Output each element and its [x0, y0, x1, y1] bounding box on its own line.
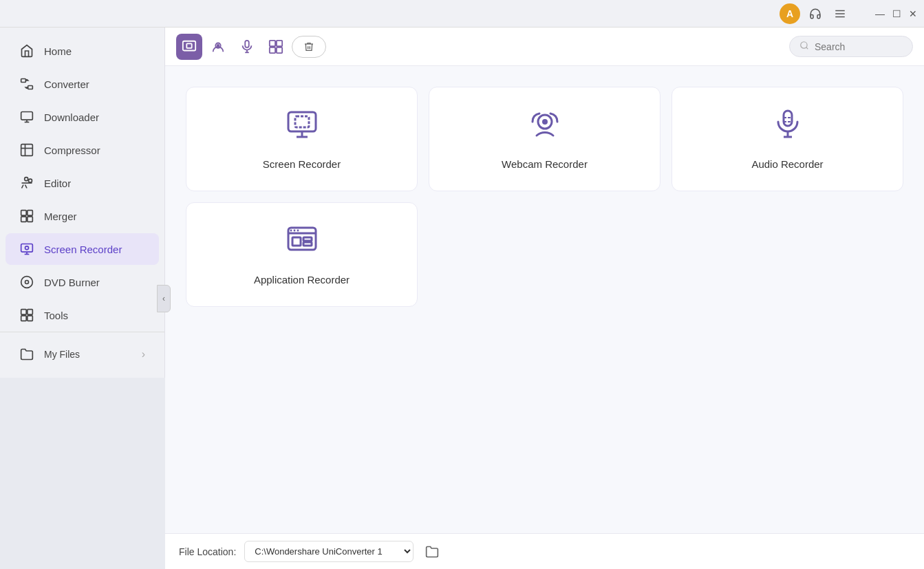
svg-rect-41 [288, 112, 316, 131]
sidebar-item-my-files-label: My Files [44, 349, 80, 360]
audio-recorder-card[interactable]: Audio Recorder [671, 87, 903, 191]
maximize-button[interactable]: ☐ [891, 8, 902, 19]
svg-rect-38 [277, 47, 282, 52]
svg-rect-4 [28, 86, 33, 89]
webcam-recorder-card[interactable]: Webcam Recorder [429, 87, 660, 191]
sidebar-item-dvd-burner-label: DVD Burner [44, 277, 100, 288]
webcam-recorder-card-icon [528, 108, 561, 147]
sidebar-item-compressor-label: Compressor [44, 144, 100, 156]
recorder-cards-grid: Screen Recorder Webcam Recorder [165, 66, 924, 533]
close-button[interactable]: ✕ [907, 8, 918, 19]
svg-rect-54 [292, 237, 301, 246]
toolbar [165, 28, 924, 66]
minimize-button[interactable]: ― [874, 8, 885, 19]
application-recorder-card[interactable]: Application Recorder [186, 202, 418, 307]
svg-point-12 [29, 179, 32, 182]
sidebar-item-converter-label: Converter [44, 78, 89, 90]
svg-rect-37 [270, 47, 275, 52]
home-icon [19, 43, 34, 58]
sidebar-item-screen-recorder-label: Screen Recorder [44, 244, 122, 255]
compressor-icon [19, 142, 34, 158]
svg-rect-16 [21, 217, 27, 222]
sidebar-item-converter[interactable]: Converter [6, 68, 159, 100]
svg-point-57 [290, 230, 292, 232]
screen-recorder-icon [19, 241, 34, 257]
sidebar-item-tools-label: Tools [44, 310, 68, 321]
svg-rect-14 [21, 211, 27, 216]
svg-point-22 [21, 277, 33, 288]
sidebar-item-merger-label: Merger [44, 211, 77, 222]
svg-rect-8 [21, 144, 33, 156]
my-files-chevron-icon: › [142, 348, 145, 361]
audio-recorder-card-label: Audio Recorder [751, 158, 823, 170]
svg-rect-26 [21, 316, 27, 321]
svg-rect-42 [295, 116, 309, 127]
svg-point-23 [25, 281, 29, 284]
svg-rect-18 [21, 244, 33, 253]
trash-button[interactable] [292, 36, 326, 58]
webcam-recorder-card-label: Webcam Recorder [502, 158, 588, 170]
app-body: Home Converter [0, 28, 924, 569]
svg-rect-15 [28, 211, 33, 216]
svg-rect-3 [21, 79, 26, 83]
sidebar-collapse-button[interactable]: ‹ [157, 285, 171, 312]
browse-folder-button[interactable] [422, 541, 442, 562]
svg-rect-55 [303, 237, 312, 241]
webcam-tab-button[interactable] [205, 34, 231, 60]
svg-rect-27 [28, 316, 33, 321]
sidebar-bottom: My Files › [0, 332, 164, 371]
sidebar-item-editor[interactable]: Editor [6, 167, 159, 199]
file-location-select[interactable]: C:\Wondershare UniConverter 1 [244, 541, 413, 562]
svg-point-11 [25, 178, 28, 181]
screen-recorder-card-icon [286, 108, 319, 147]
main-content: Screen Recorder Webcam Recorder [165, 28, 924, 569]
search-input[interactable] [815, 41, 904, 52]
svg-rect-36 [277, 40, 282, 45]
svg-rect-25 [28, 310, 33, 315]
search-icon [799, 41, 809, 52]
converter-icon [19, 76, 34, 92]
svg-rect-28 [183, 41, 195, 50]
screen-recorder-card[interactable]: Screen Recorder [186, 87, 418, 191]
menu-button[interactable] [830, 4, 850, 23]
svg-rect-24 [21, 310, 27, 315]
svg-rect-56 [303, 242, 312, 246]
my-files-icon [19, 347, 34, 362]
apps-tab-button[interactable] [263, 34, 289, 60]
svg-point-58 [293, 230, 295, 232]
tools-icon [19, 308, 34, 323]
audio-tab-button[interactable] [234, 34, 260, 60]
screen-record-tab-button[interactable] [176, 34, 202, 60]
editor-icon [19, 175, 34, 191]
svg-point-19 [25, 246, 29, 250]
sidebar-item-dvd-burner[interactable]: DVD Burner [6, 266, 159, 298]
svg-point-39 [801, 42, 807, 48]
user-avatar[interactable]: A [780, 3, 800, 24]
application-recorder-card-icon [286, 224, 319, 263]
sidebar-item-downloader-label: Downloader [44, 111, 99, 123]
sidebar-item-merger[interactable]: Merger [6, 200, 159, 232]
sidebar-item-home-label: Home [44, 45, 72, 57]
svg-rect-35 [270, 40, 275, 45]
sidebar-item-tools[interactable]: Tools [6, 299, 159, 331]
sidebar-item-home[interactable]: Home [6, 35, 159, 67]
svg-point-59 [297, 230, 299, 232]
svg-rect-29 [186, 43, 191, 47]
file-location-label: File Location: [179, 546, 236, 557]
svg-point-46 [542, 119, 548, 125]
support-button[interactable] [806, 4, 825, 23]
sidebar-wrapper: Home Converter [0, 28, 165, 569]
audio-recorder-card-icon [771, 108, 804, 147]
screen-recorder-card-label: Screen Recorder [263, 158, 341, 170]
sidebar-item-compressor[interactable]: Compressor [6, 134, 159, 166]
svg-point-31 [217, 44, 219, 46]
downloader-icon [19, 109, 34, 125]
sidebar-item-downloader[interactable]: Downloader [6, 101, 159, 133]
sidebar-item-my-files[interactable]: My Files › [6, 339, 159, 370]
sidebar-item-screen-recorder[interactable]: Screen Recorder [6, 233, 159, 265]
merger-icon [19, 208, 34, 224]
file-location-bar: File Location: C:\Wondershare UniConvert… [165, 533, 924, 569]
svg-rect-32 [245, 40, 249, 47]
svg-line-40 [806, 47, 808, 50]
sidebar: Home Converter [0, 28, 165, 378]
